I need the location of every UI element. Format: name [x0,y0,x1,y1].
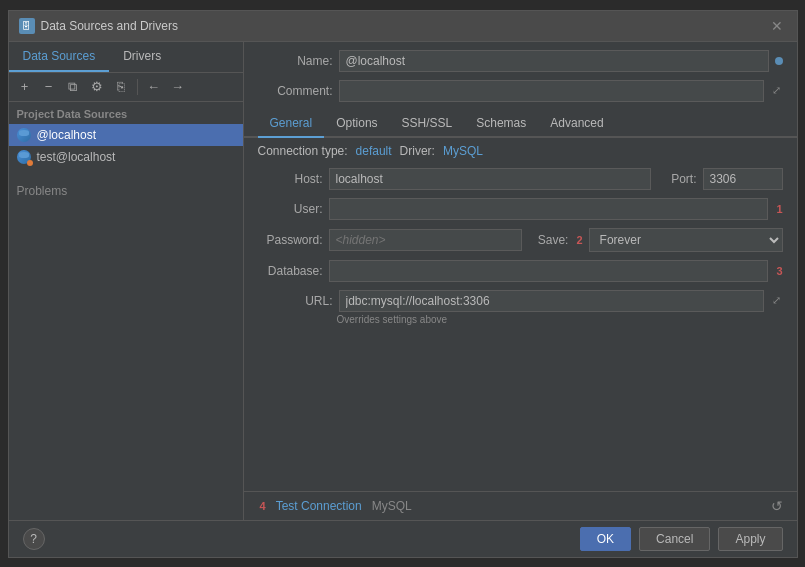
badge-1: 1 [776,203,782,215]
help-button[interactable]: ? [23,528,45,550]
apply-button[interactable]: Apply [718,527,782,551]
url-inner: URL: ⤢ [258,290,783,312]
name-row: Name: [244,42,797,78]
dialog-footer: ? OK Cancel Apply [9,520,797,557]
test-connection-row: 4 Test Connection MySQL [258,499,412,513]
left-panel: Data Sources Drivers + − ⧉ ⚙ ⎘ ← → Proje… [9,42,244,520]
left-tab-bar: Data Sources Drivers [9,42,243,73]
problems-section: Problems [9,176,243,206]
driver-label: Driver: [400,144,435,158]
tree-item-localhost[interactable]: @localhost [9,124,243,146]
settings-button[interactable]: ⚙ [87,77,107,97]
tab-advanced[interactable]: Advanced [538,110,615,138]
data-sources-dialog: 🗄 Data Sources and Drivers ✕ Data Source… [8,10,798,558]
forward-button[interactable]: → [168,77,188,97]
host-port-row: Host: Port: [244,164,797,194]
tab-options[interactable]: Options [324,110,389,138]
badge-3: 3 [776,265,782,277]
badge-4: 4 [260,500,266,512]
svg-point-2 [19,132,29,136]
name-input[interactable] [339,50,769,72]
cancel-button[interactable]: Cancel [639,527,710,551]
save-label: Save: [528,233,568,247]
password-input[interactable] [329,229,523,251]
user-label: User: [258,202,323,216]
connection-type-value[interactable]: default [356,144,392,158]
name-label: Name: [258,54,333,68]
tree-item-test-localhost[interactable]: test@localhost [9,146,243,168]
badge-2: 2 [576,234,582,246]
localhost-item-label: @localhost [37,128,97,142]
url-expand-icon[interactable]: ⤢ [770,292,783,309]
port-input[interactable] [703,168,783,190]
add-button[interactable]: + [15,77,35,97]
database-label: Database: [258,264,323,278]
port-label: Port: [657,172,697,186]
toolbar-separator [137,79,138,95]
user-row: User: 1 [244,194,797,224]
tab-drivers[interactable]: Drivers [109,42,175,72]
svg-point-5 [19,154,29,158]
right-panel: Name: Comment: ⤢ General Options SSH/SSL [244,42,797,520]
dialog-body: Data Sources Drivers + − ⧉ ⚙ ⎘ ← → Proje… [9,42,797,520]
mysql-label: MySQL [372,499,412,513]
tab-data-sources[interactable]: Data Sources [9,42,110,72]
close-button[interactable]: ✕ [767,16,787,36]
problems-label: Problems [17,184,68,198]
ok-button[interactable]: OK [580,527,631,551]
name-indicator [775,57,783,65]
user-input[interactable] [329,198,769,220]
comment-expand-icon[interactable]: ⤢ [770,82,783,99]
tab-ssh-ssl[interactable]: SSH/SSL [390,110,465,138]
bottom-bar: 4 Test Connection MySQL ↺ [244,491,797,520]
url-row: URL: ⤢ Overrides settings above [244,286,797,329]
reset-button[interactable]: ↺ [771,498,783,514]
tab-schemas[interactable]: Schemas [464,110,538,138]
url-override-label: Overrides settings above [337,314,783,325]
left-toolbar: + − ⧉ ⚙ ⎘ ← → [9,73,243,102]
remove-button[interactable]: − [39,77,59,97]
copy-button[interactable]: ⧉ [63,77,83,97]
right-tab-bar: General Options SSH/SSL Schemas Advanced [244,110,797,138]
footer-buttons: OK Cancel Apply [580,527,783,551]
host-label: Host: [258,172,323,186]
comment-label: Comment: [258,84,333,98]
dialog-icon: 🗄 [19,18,35,34]
db-icon-test-localhost [17,150,31,164]
url-label: URL: [258,294,333,308]
comment-row: Comment: ⤢ [244,78,797,110]
dialog-title-text: Data Sources and Drivers [41,19,178,33]
dialog-title-bar: 🗄 Data Sources and Drivers ✕ [9,11,797,42]
title-left: 🗄 Data Sources and Drivers [19,18,178,34]
back-button[interactable]: ← [144,77,164,97]
database-input[interactable] [329,260,769,282]
connection-type-label: Connection type: [258,144,348,158]
host-input[interactable] [329,168,651,190]
more-button[interactable]: ⎘ [111,77,131,97]
connection-type-row: Connection type: default Driver: MySQL [244,138,797,164]
db-icon-localhost [17,128,31,142]
url-input[interactable] [339,290,764,312]
test-connection-link[interactable]: Test Connection [276,499,362,513]
tab-general[interactable]: General [258,110,325,138]
database-row: Database: 3 [244,256,797,286]
driver-value[interactable]: MySQL [443,144,483,158]
save-select[interactable]: Forever Until restart Never [589,228,783,252]
comment-input[interactable] [339,80,764,102]
password-label: Password: [258,233,323,247]
project-data-sources-label: Project Data Sources [9,102,243,124]
password-row: Password: Save: 2 Forever Until restart … [244,224,797,256]
connection-fields: Host: Port: User: 1 Password: Save: 2 [244,164,797,491]
test-localhost-item-label: test@localhost [37,150,116,164]
